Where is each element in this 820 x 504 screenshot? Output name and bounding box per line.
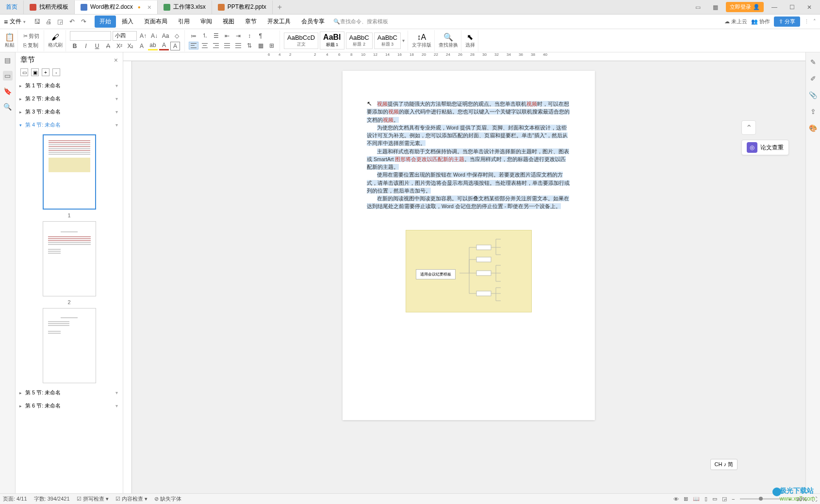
text-layout-button[interactable]: ↕A 文字排版 <box>409 30 435 51</box>
paragraph[interactable]: 主题和样式也有助于文档保持协调。当您单击设计并选择新的主题时，图片、图表或 Sm… <box>367 147 571 171</box>
decrease-indent-button[interactable]: ⇤ <box>222 32 232 40</box>
superscript-button[interactable]: X² <box>115 42 124 50</box>
tab-start[interactable]: 开始 <box>95 16 116 28</box>
horizontal-ruler[interactable]: 642 246 81012 141618 202224 262830 32343… <box>123 52 805 61</box>
multilevel-button[interactable]: ☰ <box>211 32 221 40</box>
bold-button[interactable]: B <box>70 42 80 50</box>
spellcheck-toggle[interactable]: ☑ 拼写检查 ▾ <box>77 495 109 503</box>
paragraph[interactable]: 为使您的文档具有专业外观，Word 提供了页眉、页脚、封面和文本框设计，这些设计… <box>367 124 571 147</box>
tab-page-layout[interactable]: 页面布局 <box>139 16 172 28</box>
section-item-active[interactable]: 第 4 节: 未命名▾ <box>16 118 123 131</box>
embedded-image[interactable]: 通用会议纪要模板 <box>406 230 532 312</box>
tab-insert[interactable]: 插入 <box>117 16 138 28</box>
paragraph[interactable]: 使用在需要位置出现的新按钮在 Word 中保存时间。若要更改图片适应文档的方式，… <box>367 171 571 195</box>
file-menu[interactable]: 文件 <box>10 17 21 26</box>
sort-button[interactable]: ↕ <box>245 32 254 40</box>
zoom-in-button[interactable]: + <box>788 496 791 502</box>
show-marks-button[interactable]: ¶ <box>256 32 265 40</box>
numbering-button[interactable]: ⒈ <box>200 32 210 40</box>
section-item[interactable]: 第 6 节: 未命名▾ <box>16 399 123 412</box>
grid-icon[interactable]: ▦ <box>708 2 722 13</box>
tab-references[interactable]: 引用 <box>173 16 195 28</box>
share-button[interactable]: ⇪ 分享 <box>774 16 800 27</box>
undo-icon[interactable]: ↶ <box>67 17 76 26</box>
thesis-check-button[interactable]: ◎ 论文查重 <box>741 140 789 155</box>
font-family-select[interactable] <box>70 31 111 41</box>
zoom-out-button[interactable]: − <box>732 496 735 502</box>
add-tab-button[interactable]: + <box>273 3 287 12</box>
align-justify-button[interactable] <box>222 42 232 49</box>
line-spacing-button[interactable]: ⇅ <box>245 41 254 50</box>
section-item[interactable]: 第 1 节: 未命名▾ <box>16 79 123 92</box>
font-effects-button[interactable]: A <box>137 42 147 50</box>
sidebar-close-button[interactable]: × <box>114 56 118 64</box>
redo-icon[interactable]: ↷ <box>79 17 88 26</box>
rail-edit-icon[interactable]: ✐ <box>808 74 818 83</box>
style-heading1[interactable]: AaBl标题 1 <box>320 32 344 49</box>
document-page[interactable]: ↖ 视频提供了功能强大的方法帮助您证明您的观点。当您单击联机视频时，可以在想要添… <box>343 71 595 420</box>
increase-font-icon[interactable]: A↑ <box>138 32 148 40</box>
paragraph[interactable]: 在新的阅读视图中阅读更加容易。可以折叠文档某些部分并关注所需文本。如果在达到结尾… <box>367 195 571 211</box>
more-icon[interactable]: ⋮ <box>804 18 809 25</box>
page-thumbnail-3[interactable] <box>43 308 96 383</box>
align-distribute-button[interactable] <box>233 42 243 49</box>
tab-review[interactable]: 审阅 <box>196 16 217 28</box>
view-read-icon[interactable]: 📖 <box>693 496 700 502</box>
rail-pencil-icon[interactable]: ✎ <box>808 57 818 67</box>
highlight-button[interactable]: ab <box>148 42 158 50</box>
login-button[interactable]: 立即登录 👤 <box>726 2 764 12</box>
align-right-button[interactable] <box>211 42 221 49</box>
tool-add[interactable]: + <box>42 68 49 76</box>
rail-palette-icon[interactable]: 🎨 <box>808 123 818 133</box>
close-button[interactable]: ✕ <box>803 2 816 13</box>
page-indicator[interactable]: 页面: 4/11 <box>3 495 27 503</box>
change-case-icon[interactable]: Aa <box>161 32 170 40</box>
subscript-button[interactable]: X₂ <box>126 42 135 50</box>
font-size-select[interactable] <box>113 31 137 41</box>
tool-remove[interactable]: - <box>52 68 60 76</box>
tab-dev-tools[interactable]: 开发工具 <box>262 16 295 28</box>
outline-icon[interactable]: ▤ <box>3 55 13 65</box>
tab-word-doc[interactable]: Word教程2.docx ● × <box>75 0 158 14</box>
page-thumbnail-2[interactable] <box>43 221 96 296</box>
zoom-slider[interactable] <box>740 498 784 500</box>
word-count[interactable]: 字数: 394/2421 <box>34 495 70 503</box>
zoom-level[interactable]: 90% <box>796 496 807 502</box>
bookmark-icon[interactable]: 🔖 <box>3 86 13 96</box>
style-normal[interactable]: AaBbCcD正文 <box>284 33 318 49</box>
command-search[interactable]: 🔍 查找命令、搜索模板 <box>333 18 388 25</box>
tab-member[interactable]: 会员专享 <box>296 16 329 28</box>
contentcheck-toggle[interactable]: ☑ 内容检查 ▾ <box>115 495 148 503</box>
shading-button[interactable]: ▦ <box>256 41 265 50</box>
cut-button[interactable]: ✂ 剪切 <box>22 32 41 40</box>
preview-icon[interactable]: ◲ <box>56 17 65 26</box>
rail-clip-icon[interactable]: 📎 <box>808 90 818 100</box>
rail-share-icon[interactable]: ⇪ <box>808 107 818 116</box>
tool-collapse[interactable]: ▭ <box>20 68 28 76</box>
section-item[interactable]: 第 5 节: 未命名▾ <box>16 386 123 399</box>
page-thumbnail-1[interactable] <box>43 134 96 210</box>
tab-home[interactable]: 首页 <box>0 0 24 14</box>
minimize-button[interactable]: — <box>768 2 781 13</box>
align-left-button[interactable] <box>189 42 198 49</box>
tab-view[interactable]: 视图 <box>218 16 239 28</box>
paste-button[interactable]: 粘贴 <box>5 42 15 49</box>
italic-button[interactable]: I <box>81 42 91 50</box>
cloud-status[interactable]: ☁ 未上云 <box>724 18 747 25</box>
view-web-icon[interactable]: ▭ <box>712 496 717 502</box>
format-painter[interactable]: 🖌 格式刷 <box>45 30 66 51</box>
layout-icon[interactable]: ▭ <box>691 2 705 13</box>
view-grid-icon[interactable]: ⊞ <box>684 496 688 502</box>
tab-pptx[interactable]: PPT教程2.pptx <box>212 0 273 14</box>
strikethrough-button[interactable]: A <box>103 42 113 50</box>
missing-font[interactable]: ⊘ 缺失字体 <box>154 495 181 503</box>
bullets-button[interactable]: ≔ <box>189 32 198 40</box>
print-icon[interactable]: 🖨 <box>44 17 53 26</box>
tab-template[interactable]: 找稻壳模板 <box>24 0 75 14</box>
borders-button[interactable]: ⊞ <box>267 41 277 50</box>
style-heading3[interactable]: AaBbC标题 3 <box>374 33 401 49</box>
collab-button[interactable]: 👥 协作 <box>751 18 770 25</box>
styles-more-button[interactable]: ▾ <box>402 38 405 43</box>
style-heading2[interactable]: AaBbC标题 2 <box>346 33 373 49</box>
underline-button[interactable]: U <box>92 42 102 50</box>
